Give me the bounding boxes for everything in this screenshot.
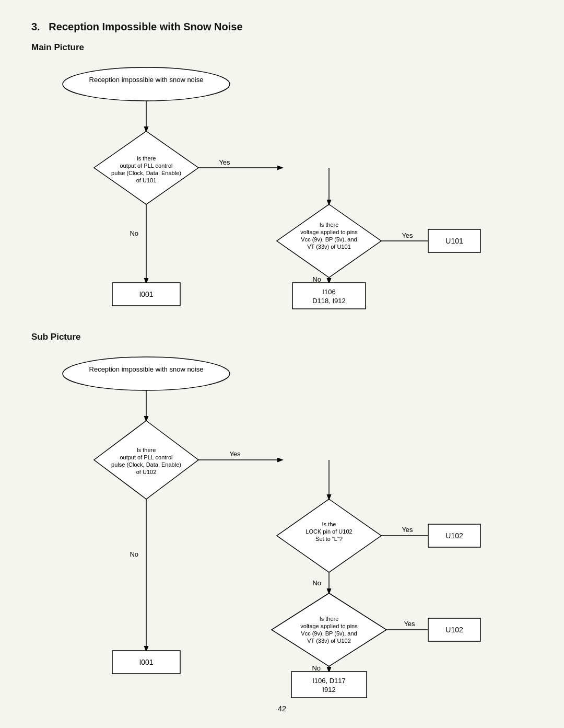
svg-text:Is there: Is there [320, 222, 339, 228]
svg-text:of U101: of U101 [136, 177, 157, 183]
section-title: 3. Reception Impossible with Snow Noise [31, 21, 533, 33]
main-picture-label: Main Picture [31, 42, 533, 53]
svg-text:Vcc (9v), BP (5v), and: Vcc (9v), BP (5v), and [301, 236, 357, 242]
svg-text:voltage applied to pins: voltage applied to pins [300, 623, 358, 629]
svg-text:Yes: Yes [229, 450, 241, 458]
svg-text:output of PLL control: output of PLL control [120, 163, 172, 169]
svg-text:VT (33v) of U102: VT (33v) of U102 [307, 638, 351, 644]
svg-text:Vcc (9v), BP (5v), and: Vcc (9v), BP (5v), and [301, 630, 357, 637]
main-flowchart: Reception impossible with snow noise Is … [31, 58, 533, 321]
svg-text:LOCK pin of U102: LOCK pin of U102 [306, 528, 352, 535]
svg-text:of U102: of U102 [136, 469, 157, 475]
svg-text:I106, D117: I106, D117 [312, 677, 346, 685]
svg-text:pulse (Clock, Data, Enable): pulse (Clock, Data, Enable) [111, 461, 181, 468]
svg-text:No: No [130, 229, 138, 237]
page-number: 42 [31, 704, 533, 713]
svg-text:I106: I106 [322, 288, 335, 296]
svg-text:VT (33v) of U101: VT (33v) of U101 [307, 244, 351, 250]
svg-text:Is there: Is there [137, 447, 156, 453]
svg-text:Yes: Yes [219, 158, 230, 166]
svg-text:Yes: Yes [402, 526, 413, 534]
svg-point-0 [63, 67, 230, 101]
svg-text:U102: U102 [445, 531, 463, 540]
svg-text:Reception impossible with snow: Reception impossible with snow noise [89, 365, 204, 373]
sub-picture-label: Sub Picture [31, 332, 533, 342]
svg-text:No: No [312, 579, 321, 587]
svg-marker-54 [272, 593, 386, 666]
svg-text:No: No [130, 550, 138, 558]
sub-flowchart: Reception impossible with snow noise Is … [31, 348, 533, 695]
svg-point-29 [63, 357, 230, 390]
svg-rect-63 [291, 672, 367, 698]
svg-rect-24 [292, 283, 366, 309]
svg-text:Set to "L"?: Set to "L"? [315, 536, 343, 542]
page: 3. Reception Impossible with Snow Noise … [0, 0, 564, 728]
svg-text:I001: I001 [139, 290, 153, 298]
svg-text:No: No [312, 664, 321, 672]
svg-text:output of PLL control: output of PLL control [120, 454, 172, 460]
svg-text:Reception impossible with snow: Reception impossible with snow noise [89, 76, 204, 84]
svg-text:D118, I912: D118, I912 [312, 297, 346, 305]
svg-text:U101: U101 [445, 237, 463, 245]
svg-text:Is there: Is there [320, 616, 339, 622]
svg-text:voltage applied to pins: voltage applied to pins [300, 229, 358, 235]
svg-text:Is there: Is there [137, 155, 156, 161]
svg-text:No: No [312, 275, 321, 283]
svg-text:pulse (Clock, Data, Enable): pulse (Clock, Data, Enable) [111, 170, 181, 176]
svg-text:U102: U102 [445, 626, 463, 634]
svg-text:Yes: Yes [402, 232, 413, 239]
svg-text:Yes: Yes [404, 620, 415, 628]
svg-text:Is the: Is the [322, 521, 336, 527]
svg-text:I912: I912 [322, 686, 335, 694]
svg-text:I001: I001 [139, 658, 153, 666]
